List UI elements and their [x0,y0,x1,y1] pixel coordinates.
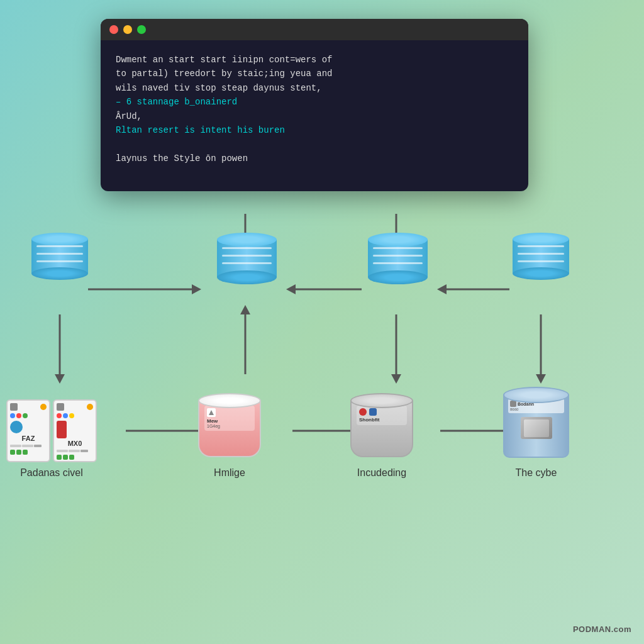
terminal-line-7 [116,137,513,151]
terminal-window: Dwment an start start iinipn cont=wers o… [101,19,528,191]
minimize-button[interactable] [123,25,132,34]
padanas-civel-container: FAZ [6,399,97,479]
database-3 [368,233,428,284]
diagram-area: FAZ [0,214,644,641]
database-2 [217,233,277,284]
terminal-line-2: to partal) treedort by staic;ing yeua an… [116,67,513,80]
terminal-line-1: Dwment an start start iinipn cont=wers o… [116,53,513,67]
thecybe-container: Bodann 8660 The cybe [503,387,569,479]
terminal-line-8: laynus the Style ōn powen [116,152,513,165]
hmlige-label: Hmlige [214,467,245,479]
incudeding-label: Incudeding [357,467,406,479]
mx-box: MX0 [53,399,97,462]
thecybe-label: The cybe [516,467,557,479]
incudeding-container: Shonbfit Incudeding [350,393,413,479]
database-4 [513,233,569,280]
padanas-label: Padanas civel [20,467,83,479]
database-1 [31,233,88,280]
mx-label: MX0 [57,440,93,447]
terminal-line-4: – 6 stannage b_onainerd [116,95,513,109]
maximize-button[interactable] [137,25,146,34]
podman-watermark: PODMAN.com [573,625,631,634]
faz-box: FAZ [6,399,50,462]
hmlige-container: Mew 1G4eg Hmlige [198,393,261,479]
faz-label: FAZ [10,435,47,442]
terminal-body: Dwment an start start iinipn cont=wers o… [101,40,528,191]
close-button[interactable] [109,25,118,34]
terminal-line-5: ÂrUd, [116,109,513,123]
terminal-line-6: Rltan resert is intent his buren [116,123,513,137]
terminal-line-3: wils naved tiv stop steap daynus stent, [116,81,513,95]
terminal-titlebar [101,19,528,40]
